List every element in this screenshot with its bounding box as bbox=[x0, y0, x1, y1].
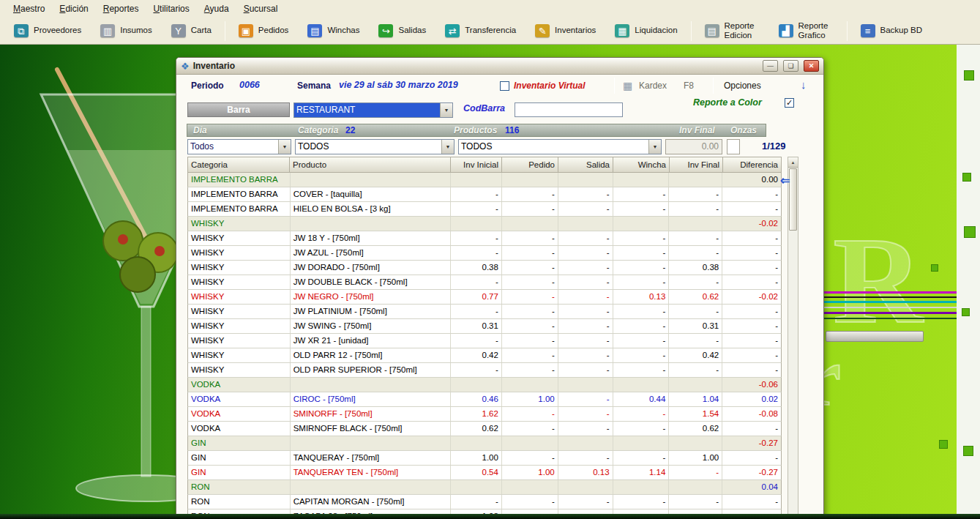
toolbar-button-backup-bd[interactable]: ≡Backup BD bbox=[851, 23, 932, 39]
cell-inv-final: 1.54 bbox=[669, 407, 722, 421]
inv-final-field: 0.00 bbox=[665, 139, 722, 154]
toolbar-button-insumos[interactable]: ▥Insumos bbox=[91, 23, 161, 39]
product-row[interactable]: WHISKYJW AZUL - [750ml]------ bbox=[187, 246, 782, 261]
product-row[interactable]: WHISKYJW DOUBLE BLACK - [750ml]------ bbox=[187, 275, 782, 290]
category-summary-row[interactable]: WHISKY-0.02 bbox=[187, 217, 782, 231]
toolbar-button-winchas[interactable]: ▤Winchas bbox=[298, 23, 369, 39]
table-scrollbar[interactable] bbox=[788, 157, 798, 518]
toolbar-button-inventarios[interactable]: ✎Inventarios bbox=[525, 23, 605, 39]
category-summary-row[interactable]: VODKA-0.06 bbox=[187, 378, 782, 392]
column-header-inv-inicial[interactable]: Inv Inicial bbox=[451, 157, 502, 173]
category-summary-row[interactable]: RON0.04 bbox=[187, 480, 782, 495]
cell-salida bbox=[558, 378, 613, 392]
product-row[interactable]: WHISKYOLD PARR SUPERIOR - [750ml]------ bbox=[187, 363, 782, 378]
cell-pedido: - bbox=[502, 275, 558, 289]
cell-categoria: GIN bbox=[188, 436, 291, 450]
cell-wincha bbox=[613, 480, 670, 494]
toolbar-button-carta[interactable]: ΥCarta bbox=[162, 23, 221, 39]
product-row[interactable]: VODKACIROC - [750ml]0.461.00-0.441.040.0… bbox=[187, 392, 782, 407]
options-dropdown-arrow-icon[interactable]: ↓ bbox=[801, 78, 807, 91]
toolbar-button-reporte-edicion[interactable]: ▤Reporte Edicion bbox=[695, 20, 769, 42]
menu-item-ayuda[interactable]: Ayuda bbox=[197, 1, 236, 17]
close-button[interactable]: ✕ bbox=[804, 60, 819, 72]
toolbar-button-reporte-grafico[interactable]: ▟Reporte Grafico bbox=[769, 20, 843, 42]
product-row[interactable]: WHISKYJW NEGRO - [750ml]0.77--0.130.62-0… bbox=[187, 290, 782, 305]
product-row[interactable]: IMPLEMENTO BARRACOVER - [taquilla]------ bbox=[187, 187, 782, 202]
product-row[interactable]: WHISKYOLD PARR 12 - [750ml]0.42---0.42- bbox=[187, 348, 782, 363]
category-summary-row[interactable]: IMPLEMENTO BARRA0.00 bbox=[187, 173, 782, 187]
opciones-button[interactable]: Opciones bbox=[724, 81, 761, 91]
product-row[interactable]: WHISKYJW XR 21 - [unidad]------ bbox=[187, 334, 782, 348]
chevron-down-icon[interactable] bbox=[648, 140, 661, 154]
cell-inv-inicial: - bbox=[451, 363, 502, 377]
chevron-down-icon[interactable] bbox=[440, 103, 452, 117]
column-header-inv-final[interactable]: Inv Final bbox=[670, 157, 723, 173]
toolbar-button-transferencia[interactable]: ⇄Transferencia bbox=[435, 23, 525, 39]
cell-inv-inicial: - bbox=[451, 202, 502, 216]
reporte-color-label: Reporte a Color bbox=[693, 97, 762, 108]
semana-label: Semana bbox=[297, 81, 331, 91]
product-row[interactable]: WHISKYJW PLATINIUM - [750ml]------ bbox=[187, 305, 782, 319]
cell-categoria: WHISKY bbox=[188, 290, 291, 304]
menu-item-edici-n[interactable]: Edición bbox=[52, 1, 95, 17]
cell-inv-inicial: - bbox=[451, 275, 502, 289]
column-header-salida[interactable]: Salida bbox=[558, 157, 613, 173]
wallpaper-square bbox=[939, 440, 948, 449]
codbarra-input[interactable] bbox=[515, 102, 623, 117]
cell-inv-final: - bbox=[669, 246, 722, 260]
product-row[interactable]: RONCAPITAN MORGAN - [750ml]------ bbox=[187, 495, 782, 509]
toolbar-button-salidas[interactable]: ↪Salidas bbox=[369, 23, 435, 39]
cell-wincha: - bbox=[613, 363, 670, 377]
wallpaper-square bbox=[964, 226, 976, 238]
category-summary-row[interactable]: GIN-0.27 bbox=[187, 436, 782, 451]
maximize-button[interactable]: ❏ bbox=[783, 60, 798, 72]
scrollbar-up-arrow[interactable] bbox=[788, 157, 798, 168]
window-titlebar[interactable]: ❖ Inventario — ❏ ✕ bbox=[176, 58, 823, 75]
product-row[interactable]: WHISKYJW DORADO - [750ml]0.38---0.38- bbox=[187, 261, 782, 275]
dia-filter-combobox[interactable]: Todos bbox=[187, 139, 291, 154]
cell-pedido: - bbox=[502, 305, 558, 318]
cell-wincha: - bbox=[613, 275, 670, 289]
toolbar-button-liquidacion[interactable]: ▦Liquidacion bbox=[605, 23, 687, 39]
cell-producto: SMIRNOFF BLACK - [750ml] bbox=[291, 422, 451, 436]
inventario-virtual-checkbox[interactable] bbox=[500, 81, 509, 91]
column-header-pedido[interactable]: Pedido bbox=[502, 157, 558, 173]
barra-combobox[interactable]: RESTAURANT bbox=[293, 102, 453, 118]
menu-item-sucursal[interactable]: Sucursal bbox=[236, 1, 285, 17]
toolbar-button-pedidos[interactable]: ▣Pedidos bbox=[229, 23, 299, 39]
product-row[interactable]: VODKASMIRNOFF BLACK - [750ml]0.62---0.62… bbox=[187, 422, 782, 436]
column-header-categoria[interactable]: Categoria bbox=[187, 157, 290, 173]
cell-inv-inicial: 0.54 bbox=[451, 466, 502, 479]
kardex-button[interactable]: Kardex bbox=[639, 81, 667, 91]
menu-item-utilitarios[interactable]: Utilitarios bbox=[146, 1, 196, 17]
menu-item-reportes[interactable]: Reportes bbox=[96, 1, 146, 17]
column-header-diferencia[interactable]: Diferencia bbox=[723, 157, 782, 173]
chevron-down-icon[interactable] bbox=[441, 140, 454, 154]
product-row[interactable]: WHISKYJW 18 Y - [750ml]------ bbox=[187, 231, 782, 246]
product-row[interactable]: GINTANQUERAY TEN - [750ml]0.541.000.131.… bbox=[187, 466, 782, 480]
product-row[interactable]: VODKASMINORFF - [750ml]1.62---1.54-0.08 bbox=[187, 407, 782, 422]
onzas-field[interactable] bbox=[727, 139, 740, 154]
chevron-down-icon[interactable] bbox=[278, 140, 291, 154]
inventario-window: ❖ Inventario — ❏ ✕ Periodo 0066 Semana v… bbox=[176, 57, 824, 518]
column-header-producto[interactable]: Producto bbox=[290, 157, 451, 173]
toolbar-button-proveedores[interactable]: ⧉Proveedores bbox=[4, 23, 91, 39]
cell-salida bbox=[558, 217, 613, 231]
column-header-wincha[interactable]: Wincha bbox=[613, 157, 670, 173]
product-row[interactable]: WHISKYJW SWING - [750ml]0.31---0.31- bbox=[187, 319, 782, 334]
cell-wincha bbox=[613, 173, 670, 187]
menu-item-maestro[interactable]: Maestro bbox=[6, 1, 52, 17]
cell-categoria: IMPLEMENTO BARRA bbox=[188, 173, 291, 187]
cell-diferencia: - bbox=[722, 348, 781, 362]
product-row[interactable]: IMPLEMENTO BARRAHIELO EN BOLSA - [3 kg]-… bbox=[187, 202, 782, 217]
reporte-color-checkbox[interactable]: ✓ bbox=[785, 98, 794, 108]
product-row[interactable]: GINTANQUERAY - [750ml]1.00---1.00- bbox=[187, 451, 782, 466]
categoria-filter-combobox[interactable]: TODOS bbox=[295, 139, 455, 154]
barra-button[interactable]: Barra bbox=[187, 102, 290, 117]
minimize-button[interactable]: — bbox=[763, 60, 778, 72]
scrollbar-thumb[interactable] bbox=[789, 168, 797, 231]
wallpaper-square bbox=[962, 308, 970, 316]
cell-wincha: - bbox=[613, 187, 670, 201]
producto-filter-combobox[interactable]: TODOS bbox=[458, 139, 662, 154]
cell-salida: - bbox=[558, 363, 613, 377]
